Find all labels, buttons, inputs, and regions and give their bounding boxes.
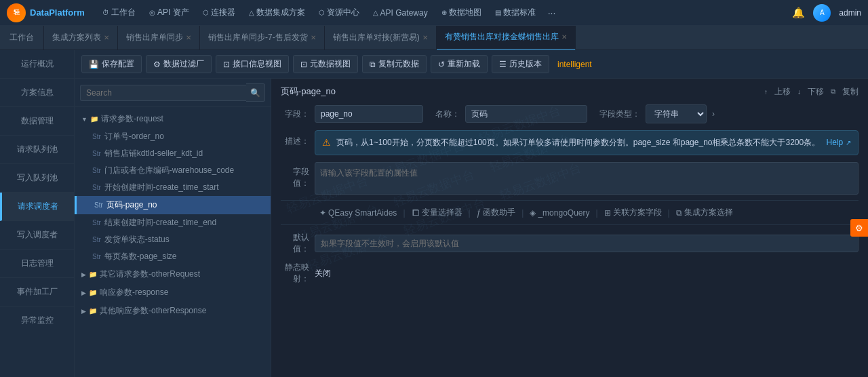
- tab-close-sales-sync[interactable]: ✕: [186, 34, 191, 41]
- copy-meta-button[interactable]: ⧉ 复制元数据: [362, 55, 427, 73]
- settings-button[interactable]: ⚙: [850, 219, 868, 237]
- action-copy[interactable]: 复制: [842, 86, 859, 98]
- var-selector-button[interactable]: ⧠ 变量选择器: [408, 205, 466, 220]
- arrow-down-icon: ▼: [81, 116, 87, 123]
- field-value-textarea[interactable]: [315, 162, 859, 195]
- integration-button[interactable]: ⧉ 集成方案选择: [673, 205, 736, 220]
- tab-close-sales-match[interactable]: ✕: [422, 34, 428, 41]
- folder-icon: 📁: [90, 115, 98, 123]
- sidebar-item-log-mgmt[interactable]: 日志管理: [0, 250, 74, 278]
- sidebar-item-solution-info[interactable]: 方案信息: [0, 79, 74, 107]
- tab-close-sales-sync-7[interactable]: ✕: [311, 34, 316, 41]
- folder-response-icon: 📁: [89, 289, 97, 296]
- nav-data-map[interactable]: ⊕数据地图: [435, 0, 488, 26]
- related-icon: ⊞: [604, 208, 611, 218]
- item-type-size: Str: [92, 253, 101, 260]
- sidebar-item-exception-monitor[interactable]: 异常监控: [0, 306, 74, 334]
- tree-item-seller-kdt[interactable]: Str 销售店铺kdtId-seller_kdt_id: [75, 145, 271, 162]
- type-label: 字段类型：: [599, 108, 640, 120]
- nav-more[interactable]: ···: [542, 0, 561, 26]
- separator-1: |: [403, 208, 405, 218]
- sidebar-item-data-mgmt[interactable]: 数据管理: [0, 107, 74, 136]
- main-area: 运行概况 方案信息 数据管理 请求队列池 写入队列池 请求调度者 写入调度者 日…: [0, 50, 868, 377]
- tree-item-warehouse[interactable]: Str 门店或者仓库编码-warehouse_code: [75, 162, 271, 179]
- sidebar-item-write-queue[interactable]: 写入队列池: [0, 164, 74, 193]
- sidebar-item-write-scheduler[interactable]: 写入调度者: [0, 221, 74, 250]
- related-field-button[interactable]: ⊞ 关联方案字段: [601, 205, 665, 220]
- nav-data-standard[interactable]: ▤数据标准: [488, 0, 542, 26]
- nav-resource[interactable]: ⬡资源中心: [312, 0, 366, 26]
- sidebar-item-request-queue[interactable]: 请求队列池: [0, 136, 74, 164]
- tree-folder-request[interactable]: ▼ 📁 请求参数-request: [75, 110, 271, 128]
- avatar[interactable]: A: [813, 4, 831, 22]
- tree-item-page-no[interactable]: Str 页码-page_no: [75, 196, 271, 214]
- field-input[interactable]: [315, 105, 423, 123]
- tab-solution-list[interactable]: 集成方案列表 ✕: [44, 26, 118, 50]
- tab-close-sales-jinsale[interactable]: ✕: [561, 33, 567, 41]
- separator-3: |: [521, 208, 524, 218]
- static-row: 静态映射： 关闭: [281, 262, 859, 285]
- tree-item-status[interactable]: Str 发货单状态-status: [75, 231, 271, 248]
- content-area: 💾 保存配置 ⚙ 数据过滤厂 ⊡ 接口信息视图 ⊡ 元数据视图 ⧉ 复制元数据 …: [75, 50, 868, 377]
- save-icon: 💾: [89, 60, 99, 69]
- item-type-end: Str: [92, 219, 101, 226]
- detail-actions: ↑ 上移 ↓ 下移 ⧉ 复制: [764, 86, 859, 98]
- data-filter-button[interactable]: ⚙ 数据过滤厂: [146, 55, 212, 73]
- history-button[interactable]: ☰ 历史版本: [492, 55, 549, 73]
- sidebar-item-request-scheduler[interactable]: 请求调度者: [0, 193, 74, 221]
- tree-item-create-time-end[interactable]: Str 结束创建时间-create_time_end: [75, 214, 271, 231]
- tree-folder-other-request[interactable]: ▶ 📁 其它请求参数-otherRequest: [75, 265, 271, 283]
- name-input[interactable]: [465, 105, 587, 123]
- nav-api[interactable]: ◎API 资产: [142, 0, 196, 26]
- top-nav: 轻 DataPlatform ⏱工作台 ◎API 资产 ⬡连接器 △数据集成方案…: [0, 0, 868, 26]
- split-pane: 🔍 ▼ 📁 请求参数-request Str 订单号-order_no: [75, 79, 868, 377]
- save-config-button[interactable]: 💾 保存配置: [81, 55, 142, 73]
- default-label: 默认值：: [281, 232, 309, 255]
- logo[interactable]: 轻 DataPlatform: [7, 3, 85, 22]
- interface-icon: ⊡: [223, 60, 230, 69]
- tab-close-solution-list[interactable]: ✕: [104, 34, 109, 41]
- action-up[interactable]: 上移: [774, 86, 791, 98]
- tab-workbench[interactable]: 工作台: [0, 26, 44, 50]
- separator-4: |: [595, 208, 597, 218]
- default-input[interactable]: [315, 235, 859, 252]
- tree-content: ▼ 📁 请求参数-request Str 订单号-order_no Str 销售…: [75, 107, 271, 377]
- tab-sales-sync[interactable]: 销售出库单同步 ✕: [118, 26, 200, 50]
- settings-icon: ⚙: [855, 223, 863, 233]
- desc-box: ⚠ 页码，从1~100开始，分页数不能超过100页。如果订单较多请使用时间参数分…: [315, 130, 859, 155]
- tree-item-order-no[interactable]: Str 订单号-order_no: [75, 128, 271, 145]
- item-type-status: Str: [92, 236, 101, 243]
- tree-folder-other-response[interactable]: ▶ 📁 其他响应参数-otherResponse: [75, 302, 271, 320]
- tab-sales-jinsale[interactable]: 有赞销售出库对接金蝶销售出库 ✕: [437, 26, 576, 50]
- search-input[interactable]: [80, 85, 246, 101]
- nav-workbench[interactable]: ⏱工作台: [96, 0, 142, 26]
- detail-header: 页码-page_no ↑ 上移 ↓ 下移 ⧉ 复制: [281, 85, 859, 98]
- notification-bell[interactable]: 🔔: [792, 7, 805, 19]
- tree-item-create-time-start[interactable]: Str 开始创建时间-create_time_start: [75, 179, 271, 196]
- qeasy-button[interactable]: ✦ QEasy SmartAides: [316, 206, 400, 220]
- meta-view-button[interactable]: ⊡ 元数据视图: [293, 55, 358, 73]
- tree-folder-response[interactable]: ▶ 📁 响应参数-response: [75, 283, 271, 302]
- tab-sales-match[interactable]: 销售出库单对接(新营易) ✕: [325, 26, 437, 50]
- tree-panel: 🔍 ▼ 📁 请求参数-request Str 订单号-order_no: [75, 79, 271, 377]
- search-button[interactable]: 🔍: [246, 83, 265, 102]
- help-link[interactable]: Help: [827, 138, 844, 147]
- sidebar-item-overview[interactable]: 运行概况: [0, 50, 74, 79]
- type-select[interactable]: 字符串 数字 布尔: [646, 104, 707, 123]
- action-down[interactable]: 下移: [808, 86, 824, 98]
- mongo-icon: ◈: [530, 208, 536, 218]
- func-helper-button[interactable]: ƒ 函数助手: [473, 205, 519, 220]
- interface-view-button[interactable]: ⊡ 接口信息视图: [216, 55, 289, 73]
- reload-button[interactable]: ↺ 重新加载: [431, 55, 488, 73]
- name-label: 名称：: [435, 108, 460, 120]
- func-icon: ƒ: [477, 208, 481, 218]
- item-type-seller: Str: [92, 150, 101, 157]
- nav-connector[interactable]: ⬡连接器: [196, 0, 242, 26]
- folder-other-response-label: 其他响应参数-otherResponse: [100, 305, 206, 317]
- sidebar-item-event-factory[interactable]: 事件加工厂: [0, 278, 74, 306]
- mongo-query-button[interactable]: ◈ _mongoQuery: [526, 206, 593, 220]
- tab-sales-sync-7[interactable]: 销售出库单同步-7-售后发货 ✕: [200, 26, 325, 50]
- tree-item-page-size[interactable]: Str 每页条数-page_size: [75, 248, 271, 265]
- nav-api-gateway[interactable]: △API Gateway: [366, 0, 435, 26]
- nav-data-integration[interactable]: △数据集成方案: [242, 0, 312, 26]
